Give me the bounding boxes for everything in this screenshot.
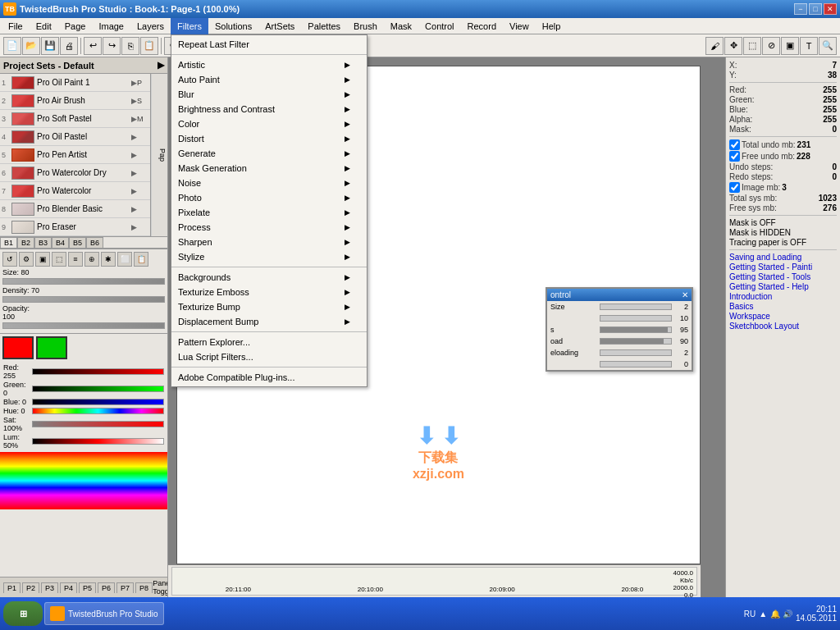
- brush-item[interactable]: 9 Pro Eraser ▶: [0, 218, 150, 236]
- menu-brush[interactable]: Brush: [347, 18, 384, 34]
- menu-blur[interactable]: Blur: [171, 87, 367, 102]
- link-workspace[interactable]: Workspace: [729, 312, 837, 321]
- ctrl-icon-5[interactable]: ≡: [68, 252, 83, 267]
- link-gs-paint[interactable]: Getting Started - Painti: [729, 262, 837, 272]
- density-slider[interactable]: [2, 296, 165, 303]
- menu-color[interactable]: Color: [171, 116, 367, 131]
- menu-texturize-emboss[interactable]: Texturize Emboss: [171, 285, 367, 299]
- tab-b2[interactable]: B2: [17, 237, 34, 248]
- brush-item[interactable]: 5 Pro Pen Artist ▶: [0, 146, 150, 164]
- tab-b3[interactable]: B3: [34, 237, 52, 248]
- tab-b6[interactable]: B6: [86, 237, 103, 248]
- toolbar-new[interactable]: 📄: [3, 37, 21, 55]
- ctrl-icon-8[interactable]: ⬜: [117, 252, 132, 267]
- dialog-slider-4[interactable]: [600, 338, 672, 345]
- page-tab-p1[interactable]: P1: [3, 582, 21, 593]
- brush-item[interactable]: 6 Pro Watercolor Dry ▶: [0, 164, 150, 182]
- color-grid[interactable]: [0, 452, 167, 509]
- menu-pattern-explorer[interactable]: Pattern Explorer...: [171, 335, 367, 349]
- link-saving[interactable]: Saving and Loading: [729, 253, 837, 262]
- menu-backgrounds[interactable]: Backgrounds: [171, 270, 367, 285]
- ctrl-icon-6[interactable]: ⊕: [84, 252, 99, 267]
- page-tab-p3[interactable]: P3: [41, 582, 58, 593]
- brush-item[interactable]: 4 Pro Oil Pastel ▶: [0, 128, 150, 146]
- start-button[interactable]: ⊞: [3, 601, 43, 626]
- brush-item[interactable]: 8 Pro Blender Basic ▶: [0, 200, 150, 218]
- minimize-button[interactable]: −: [794, 3, 807, 15]
- menu-auto-paint[interactable]: Auto Paint: [171, 72, 367, 87]
- tab-b5[interactable]: B5: [69, 237, 86, 248]
- tool-fill[interactable]: ▣: [781, 37, 799, 55]
- menu-palettes[interactable]: Palettes: [301, 18, 347, 34]
- tool-select[interactable]: ⬚: [743, 37, 761, 55]
- menu-image[interactable]: Image: [92, 18, 130, 34]
- ctrl-icon-1[interactable]: ↺: [2, 252, 17, 267]
- link-basics[interactable]: Basics: [729, 302, 837, 311]
- tool-move[interactable]: ✥: [724, 37, 742, 55]
- page-tab-p5[interactable]: P5: [79, 582, 96, 593]
- menu-lua-script[interactable]: Lua Script Filters...: [171, 349, 367, 364]
- menu-artistic[interactable]: Artistic: [171, 57, 367, 72]
- brush-item[interactable]: 2 Pro Air Brush ▶ S: [0, 92, 150, 110]
- brush-item[interactable]: 7 Pro Watercolor ▶: [0, 182, 150, 200]
- menu-page[interactable]: Page: [58, 18, 93, 34]
- toolbar-paste[interactable]: 📋: [140, 37, 158, 55]
- menu-stylize[interactable]: Stylize: [171, 249, 367, 264]
- link-gs-tools[interactable]: Getting Started - Tools: [729, 272, 837, 281]
- brush-item[interactable]: 1 Pro Oil Paint 1 ▶ P: [0, 74, 150, 92]
- menu-filters[interactable]: Filters: [171, 18, 208, 34]
- page-tab-p6[interactable]: P6: [98, 582, 115, 593]
- menu-process[interactable]: Process: [171, 220, 367, 235]
- menu-mask-generation[interactable]: Mask Generation: [171, 161, 367, 176]
- hue-slider[interactable]: [32, 408, 164, 414]
- dialog-slider-5[interactable]: [600, 349, 672, 356]
- blue-slider[interactable]: [32, 399, 164, 405]
- page-tab-p7[interactable]: P7: [116, 582, 134, 593]
- menu-noise[interactable]: Noise: [171, 176, 367, 190]
- red-slider[interactable]: [32, 368, 164, 375]
- ctrl-icon-2[interactable]: ⚙: [19, 252, 34, 267]
- menu-sharpen[interactable]: Sharpen: [171, 235, 367, 249]
- background-color[interactable]: [36, 336, 67, 359]
- toolbar-print[interactable]: 🖨: [60, 37, 78, 55]
- menu-texturize-bump[interactable]: Texturize Bump: [171, 299, 367, 314]
- menu-adobe-compatible[interactable]: Adobe Compatible Plug-ins...: [171, 370, 367, 385]
- menu-layers[interactable]: Layers: [130, 18, 171, 34]
- dialog-slider-6[interactable]: [600, 361, 672, 368]
- menu-file[interactable]: File: [2, 18, 30, 34]
- sat-slider[interactable]: [32, 421, 164, 427]
- tab-b4[interactable]: B4: [52, 237, 69, 248]
- size-slider[interactable]: [2, 278, 165, 285]
- ctrl-icon-9[interactable]: 📋: [134, 252, 148, 267]
- menu-record[interactable]: Record: [461, 18, 503, 34]
- menu-control[interactable]: Control: [418, 18, 460, 34]
- taskbar-app[interactable]: TwistedBrush Pro Studio: [44, 602, 164, 625]
- menu-brightness-contrast[interactable]: Brightness and Contrast: [171, 102, 367, 116]
- tool-brush[interactable]: 🖌: [705, 37, 724, 55]
- maximize-button[interactable]: □: [809, 3, 822, 15]
- ctrl-icon-3[interactable]: ▣: [35, 252, 50, 267]
- dialog-close-button[interactable]: ✕: [682, 290, 688, 299]
- menu-artsets[interactable]: ArtSets: [258, 18, 301, 34]
- menu-photo[interactable]: Photo: [171, 190, 367, 205]
- menu-pixelate[interactable]: Pixelate: [171, 205, 367, 220]
- toolbar-save[interactable]: 💾: [41, 37, 59, 55]
- tool-text[interactable]: T: [800, 37, 818, 55]
- brush-item[interactable]: 3 Pro Soft Pastel ▶ M: [0, 110, 150, 128]
- free-undo-check[interactable]: [729, 151, 740, 162]
- tool-lasso[interactable]: ⊘: [762, 37, 780, 55]
- menu-help[interactable]: Help: [536, 18, 568, 34]
- menu-solutions[interactable]: Solutions: [208, 18, 258, 34]
- menu-repeat-last-filter[interactable]: Repeat Last Filter: [171, 37, 367, 52]
- menu-view[interactable]: View: [503, 18, 536, 34]
- opacity-slider[interactable]: [2, 322, 165, 329]
- green-slider[interactable]: [32, 386, 164, 392]
- link-gs-help[interactable]: Getting Started - Help: [729, 282, 837, 291]
- menu-edit[interactable]: Edit: [30, 18, 58, 34]
- close-button[interactable]: ✕: [824, 3, 837, 15]
- menu-displacement-bump[interactable]: Displacement Bump: [171, 314, 367, 329]
- ctrl-icon-4[interactable]: ⬚: [52, 252, 66, 267]
- foreground-color[interactable]: [2, 336, 34, 359]
- menu-generate[interactable]: Generate: [171, 146, 367, 161]
- tab-b1[interactable]: B1: [0, 237, 17, 248]
